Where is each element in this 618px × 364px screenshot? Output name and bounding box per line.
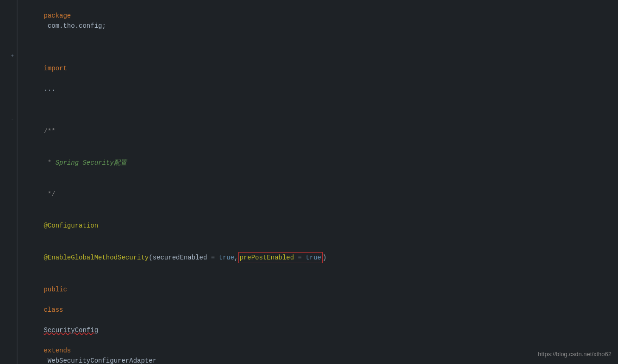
code-line <box>0 105 618 116</box>
watermark: https://blog.csdn.net/xtho62 <box>538 351 612 358</box>
line-content: /** <box>17 116 618 147</box>
line-content: @EnableGlobalMethodSecurity(securedEnabl… <box>17 242 618 273</box>
left-border <box>17 0 18 364</box>
line-content: * Spring Security配置 <box>17 148 618 178</box>
code-line: - */ <box>0 179 618 210</box>
line-content: @Configuration <box>17 210 618 241</box>
line-content: import ... <box>17 53 618 104</box>
line-content <box>17 42 618 52</box>
keyword-package: package <box>44 12 71 19</box>
fold-gutter: - <box>0 179 17 185</box>
line-content <box>17 105 618 115</box>
fold-gutter: + <box>0 53 17 59</box>
line-content: package com.tho.config; <box>17 0 618 41</box>
line-content: public class SecurityConfig extends WebS… <box>17 274 618 364</box>
code-line: package com.tho.config; <box>0 0 618 42</box>
code-line: * Spring Security配置 <box>0 147 618 179</box>
code-line: public class SecurityConfig extends WebS… <box>0 274 618 364</box>
code-line: + import ... <box>0 53 618 105</box>
fold-icon[interactable]: + <box>11 53 14 59</box>
code-line: @EnableGlobalMethodSecurity(securedEnabl… <box>0 241 618 274</box>
line-content: */ <box>17 179 618 210</box>
code-line: - /** <box>0 116 618 147</box>
code-line <box>0 42 618 53</box>
code-editor: package com.tho.config; + import ... - /… <box>0 0 618 364</box>
highlight-annotation-param: prePostEnabled = true <box>238 252 323 263</box>
fold-icon[interactable]: - <box>11 116 14 122</box>
code-line: @Configuration <box>0 210 618 241</box>
fold-gutter: - <box>0 116 17 122</box>
fold-icon[interactable]: - <box>11 179 14 185</box>
